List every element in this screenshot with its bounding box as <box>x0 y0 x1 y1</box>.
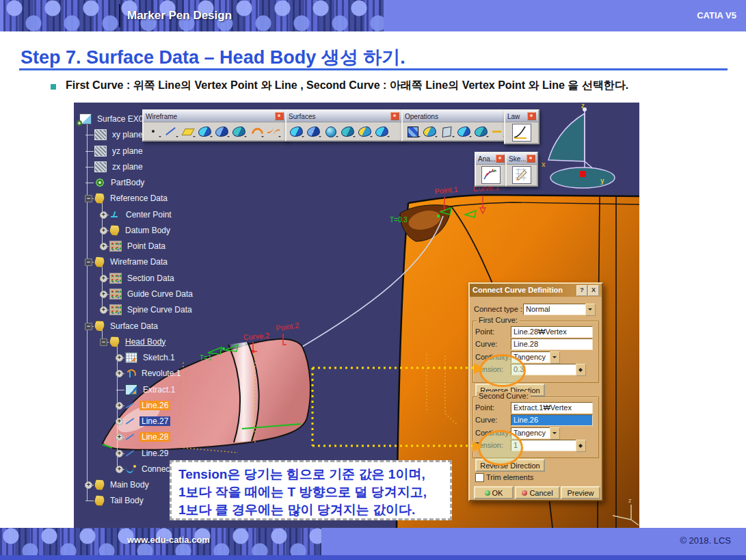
expand-icon[interactable]: + <box>116 450 123 457</box>
tree-item-connect-1[interactable]: +Connect.1 <box>74 462 181 476</box>
close-icon[interactable] <box>390 112 399 120</box>
reflect-line-icon[interactable] <box>232 125 247 138</box>
tree-item-yz-plane[interactable]: yz plane <box>74 144 145 158</box>
close-icon[interactable] <box>527 155 535 163</box>
sketch-icon <box>125 352 137 363</box>
curvature-analysis-icon[interactable] <box>481 166 501 184</box>
expand-icon[interactable]: + <box>116 434 123 441</box>
chevron-down-icon[interactable] <box>550 427 560 440</box>
tree-item-line-27[interactable]: +Line.27 <box>74 414 170 428</box>
chevron-down-icon[interactable] <box>550 351 560 364</box>
close-icon[interactable] <box>527 112 536 120</box>
line-icon[interactable] <box>163 125 178 138</box>
tree-item-surface-data[interactable]: −Surface Data <box>74 319 160 333</box>
tree-item-label: zx plane <box>110 162 145 172</box>
tree-item-wireframe-data[interactable]: −Wireframe Data <box>74 255 170 269</box>
sphere-icon[interactable] <box>323 125 338 138</box>
sketcher-icon[interactable] <box>512 166 531 184</box>
expand-icon[interactable]: + <box>100 211 107 219</box>
point-icon[interactable] <box>146 125 161 138</box>
compass[interactable]: z x y <box>542 103 615 188</box>
expand-icon[interactable]: + <box>116 402 123 410</box>
close-button[interactable]: X <box>588 285 599 296</box>
sweep-icon[interactable] <box>358 125 373 138</box>
expand-icon[interactable]: + <box>85 481 92 489</box>
law-toolbar[interactable]: Law <box>504 109 539 144</box>
tree-item-zx-plane[interactable]: zx plane <box>74 160 145 174</box>
plane-icon[interactable] <box>181 125 196 138</box>
spinner-icon[interactable] <box>576 440 586 452</box>
first-curve-field[interactable]: Line.28 <box>511 338 593 350</box>
tree-item-reference-data[interactable]: −Reference Data <box>74 191 170 205</box>
tree-item-section-data[interactable]: +Section Data <box>74 271 176 285</box>
boundary-icon[interactable] <box>440 125 455 138</box>
first-point-field[interactable]: Line.28₩Vertex <box>511 326 593 338</box>
spinner-icon[interactable] <box>576 364 586 376</box>
tree-item-sketch-1[interactable]: +Sketch.1 <box>74 351 177 364</box>
collapse-icon[interactable]: − <box>85 195 92 202</box>
tree-item-surface-ex08[interactable]: Surface EX08 <box>74 112 150 126</box>
second-point-field[interactable]: Extract.1₩Vertex <box>511 402 593 414</box>
tree-item-spine-curve-data[interactable]: +Spine Curve Data <box>74 303 194 317</box>
tree-item-extract-1[interactable]: Extract.1 <box>74 383 177 397</box>
website-link[interactable]: www.edu-catia.com <box>127 535 210 545</box>
intersection-icon[interactable] <box>215 125 230 138</box>
tree-item-center-point[interactable]: +Center Point <box>74 208 174 222</box>
spline-icon[interactable] <box>266 125 281 138</box>
tree-item-partbody[interactable]: PartBody <box>74 176 146 189</box>
3d-viewport[interactable]: Curve.2 Point.2 T=1 Point.1 Curve.1 T=0.… <box>74 103 639 528</box>
expand-icon[interactable]: + <box>100 275 107 282</box>
expand-icon[interactable]: + <box>116 466 123 473</box>
tree-item-main-body[interactable]: +Main Body <box>74 478 151 492</box>
collapse-icon[interactable]: − <box>100 338 107 346</box>
expand-icon[interactable]: + <box>116 418 123 425</box>
surfaces-toolbar[interactable]: Surfaces <box>285 109 403 142</box>
join-icon[interactable] <box>405 125 421 138</box>
projection-icon[interactable] <box>198 125 213 138</box>
sketcher-toolbar[interactable]: Ske... <box>505 152 538 187</box>
expand-icon[interactable]: + <box>100 306 107 314</box>
wireframe-toolbar[interactable]: Wireframe <box>142 109 287 142</box>
expand-icon[interactable]: + <box>116 354 123 362</box>
tree-item-revolute-1[interactable]: +Revolute.1 <box>74 366 183 380</box>
tree-item-head-body[interactable]: −Head Body <box>74 335 168 349</box>
close-icon[interactable] <box>496 155 505 163</box>
tree-item-point-data[interactable]: +Point Data <box>74 239 168 253</box>
expand-icon[interactable]: + <box>100 291 107 298</box>
second-curve-field[interactable]: Line.26 <box>511 414 593 426</box>
connect-curve-definition-dialog[interactable]: Connect Curve Definition ? X Connect typ… <box>468 282 603 501</box>
expand-icon[interactable]: + <box>100 227 107 235</box>
corner-icon[interactable] <box>249 125 264 138</box>
preview-button[interactable]: Preview <box>561 486 600 499</box>
fill-icon[interactable] <box>375 125 390 138</box>
tree-item-guide-curve-data[interactable]: +Guide Curve Data <box>74 287 195 301</box>
tree-item-line-29[interactable]: +Line.29 <box>74 446 170 460</box>
trim-elements-checkbox[interactable] <box>475 473 484 482</box>
connect-type-select[interactable]: Normal <box>523 304 586 315</box>
expand-icon[interactable]: + <box>116 370 123 377</box>
help-button[interactable]: ? <box>576 285 587 296</box>
tree-item-tail-body[interactable]: Tail Body <box>74 494 146 507</box>
offset-icon[interactable] <box>341 125 356 138</box>
close-icon[interactable] <box>275 112 284 120</box>
ok-icon <box>485 490 490 496</box>
law-curve-icon[interactable] <box>512 124 531 142</box>
split-icon[interactable] <box>423 125 438 138</box>
collapse-icon[interactable]: − <box>85 323 92 330</box>
chevron-down-icon[interactable] <box>585 304 596 316</box>
expand-icon[interactable]: + <box>100 243 107 250</box>
tree-item-datum-body[interactable]: +Datum Body <box>74 224 172 237</box>
extrude-icon[interactable] <box>289 125 304 138</box>
cancel-icon <box>522 490 527 496</box>
cancel-button[interactable]: Cancel <box>515 486 560 499</box>
tree-item-line-28[interactable]: +Line.28 <box>74 430 170 444</box>
tree-item-xy-plane[interactable]: xy plane <box>74 128 145 142</box>
ok-button[interactable]: OK <box>474 486 514 499</box>
analysis-toolbar[interactable]: Ana... <box>475 152 507 187</box>
fillet-icon[interactable] <box>474 125 489 138</box>
data-icon <box>109 304 122 315</box>
collapse-icon[interactable]: − <box>85 258 92 266</box>
revolve-icon[interactable] <box>306 125 321 138</box>
tree-item-line-26[interactable]: +Line.26 <box>74 399 170 412</box>
extract-surface-icon[interactable] <box>457 125 472 138</box>
